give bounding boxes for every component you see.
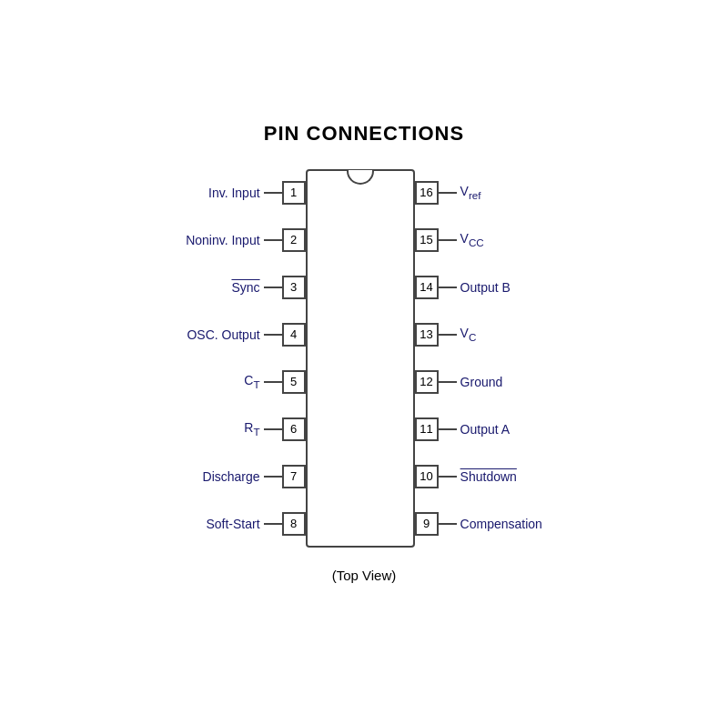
left-pin-label-1: Inv. Input [208,186,260,200]
left-pin-line-1 [264,192,282,194]
left-pin-line-2 [264,239,282,241]
left-pin-label-6: RT [244,420,259,437]
right-pin-label-11: Output A [460,422,510,437]
right-pin-line-15 [439,239,457,241]
ic-notch [347,170,374,185]
page-title: PIN CONNECTIONS [264,122,464,146]
right-pin-row-14: 14 Output B [415,264,511,311]
right-pin-row-13: 13 VC [415,311,477,358]
right-pin-row-12: 12 Ground [415,358,503,406]
left-pin-line-3 [264,287,282,288]
right-pin-box-13: 13 [415,323,439,347]
diagram-container: PIN CONNECTIONS Inv. Input 1 Noninv. Inp… [186,122,542,583]
right-pin-label-16: Vref [460,184,481,201]
right-pins: 16 Vref 15 VCC 14 Output B 13 VC [415,169,542,548]
right-pin-box-12: 12 [415,370,439,394]
right-pin-label-9: Compensation [460,517,542,531]
right-pin-row-9: 9 Compensation [415,500,542,548]
right-pin-line-10 [439,476,457,478]
left-pin-label-7: Discharge [203,469,260,484]
left-pin-box-3: 3 [282,276,306,299]
right-pin-label-12: Ground [460,375,503,389]
right-pin-row-15: 15 VCC [415,216,484,264]
left-pin-row-6: RT 6 [244,406,305,453]
right-pin-line-9 [439,523,457,525]
right-pin-label-15: VCC [460,231,484,248]
right-pin-row-11: 11 Output A [415,406,510,453]
right-pin-line-14 [439,287,457,288]
right-pin-box-9: 9 [415,512,439,536]
left-pin-box-7: 7 [282,465,306,488]
bottom-label: (Top View) [332,568,397,583]
left-pin-row-7: Discharge 7 [203,453,306,500]
left-pin-box-8: 8 [282,512,306,536]
right-pin-box-11: 11 [415,417,439,441]
ic-body [306,169,415,548]
right-pin-line-13 [439,334,457,336]
left-pin-line-5 [264,381,282,383]
left-pin-line-4 [264,334,282,336]
right-pin-line-11 [439,428,457,430]
left-pin-label-4: OSC. Output [187,327,259,342]
right-pin-row-16: 16 Vref [415,169,481,216]
left-pin-row-3: Sync 3 [231,264,305,311]
left-pin-box-6: 6 [282,417,306,441]
right-pin-label-10: Shutdown [460,469,517,484]
left-pin-box-4: 4 [282,323,306,347]
right-pin-row-10: 10 Shutdown [415,453,517,500]
left-pin-label-2: Noninv. Input [186,233,259,247]
right-pin-line-16 [439,192,457,194]
left-pin-row-4: OSC. Output 4 [187,311,305,358]
pin-area: Inv. Input 1 Noninv. Input 2 Sync 3 OSC.… [186,169,542,548]
right-pin-label-14: Output B [460,280,511,295]
right-pin-box-16: 16 [415,181,439,205]
left-pin-row-2: Noninv. Input 2 [186,216,305,264]
left-pin-line-7 [264,476,282,478]
right-pin-line-12 [439,381,457,383]
left-pin-row-8: Soft-Start 8 [206,500,305,548]
left-pin-label-8: Soft-Start [206,517,259,531]
right-pin-label-13: VC [460,326,477,343]
right-pin-box-10: 10 [415,465,439,488]
left-pin-line-6 [264,428,282,430]
left-pin-box-5: 5 [282,370,306,394]
left-pin-box-2: 2 [282,228,306,252]
left-pin-label-5: CT [244,373,259,390]
left-pin-row-5: CT 5 [244,358,305,406]
left-pins: Inv. Input 1 Noninv. Input 2 Sync 3 OSC.… [186,169,305,548]
left-pin-label-3: Sync [231,280,259,295]
left-pin-row-1: Inv. Input 1 [208,169,306,216]
left-pin-box-1: 1 [282,181,306,205]
right-pin-box-15: 15 [415,228,439,252]
left-pin-line-8 [264,523,282,525]
right-pin-box-14: 14 [415,276,439,299]
